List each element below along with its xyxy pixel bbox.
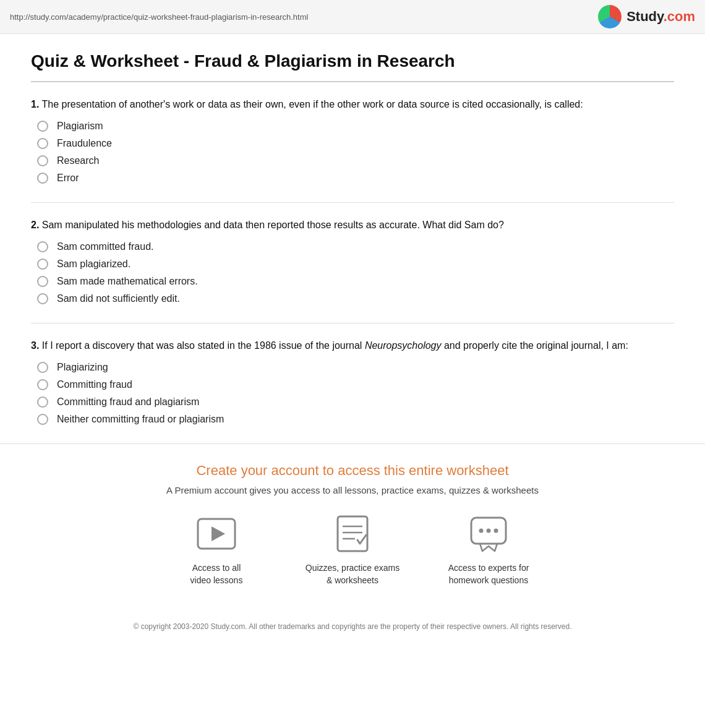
question-2-number: 2. <box>31 220 39 230</box>
logo-circle-icon <box>598 5 622 28</box>
top-bar: http://study.com/academy/practice/quiz-w… <box>0 0 705 34</box>
option-1-2[interactable]: Fraudulence <box>31 138 674 149</box>
option-2-1[interactable]: Sam committed fraud. <box>31 241 674 252</box>
option-label-2-2: Sam plagiarized. <box>57 259 130 270</box>
option-label-1-1: Plagiarism <box>57 121 103 132</box>
radio-3-3[interactable] <box>37 396 48 408</box>
logo-text: Study.com <box>626 9 695 25</box>
option-2-2[interactable]: Sam plagiarized. <box>31 259 674 270</box>
option-label-3-2: Committing fraud <box>57 379 132 390</box>
divider-2 <box>31 323 674 323</box>
option-1-3[interactable]: Research <box>31 155 674 166</box>
option-label-3-4: Neither committing fraud or plagiarism <box>57 414 224 425</box>
svg-rect-2 <box>338 516 367 551</box>
option-2-3[interactable]: Sam made mathematical errors. <box>31 276 674 287</box>
feature-video: Access to allvideo lessons <box>167 513 266 586</box>
url-display: http://study.com/academy/practice/quiz-w… <box>10 12 308 22</box>
radio-2-2[interactable] <box>37 259 48 270</box>
question-3: 3. If I report a discovery that was also… <box>31 338 674 425</box>
video-icon <box>195 513 237 555</box>
question-3-before: If I report a discovery that was also st… <box>42 340 365 351</box>
question-3-italic: Neuropsychology <box>365 340 442 351</box>
option-3-4[interactable]: Neither committing fraud or plagiarism <box>31 414 674 425</box>
option-label-1-2: Fraudulence <box>57 138 112 149</box>
main-container: Quiz & Worksheet - Fraud & Plagiarism in… <box>19 34 686 425</box>
question-3-after: and properly cite the original journal, … <box>442 340 628 351</box>
radio-1-3[interactable] <box>37 155 48 166</box>
question-3-text: 3. If I report a discovery that was also… <box>31 338 674 353</box>
quiz-icon <box>331 513 374 555</box>
radio-2-1[interactable] <box>37 241 48 252</box>
option-3-1[interactable]: Plagiarizing <box>31 362 674 373</box>
radio-2-4[interactable] <box>37 293 48 304</box>
feature-video-label: Access to allvideo lessons <box>190 562 243 586</box>
option-label-2-4: Sam did not sufficiently edit. <box>57 293 180 304</box>
option-1-4[interactable]: Error <box>31 173 674 184</box>
feature-expert-label: Access to experts forhomework questions <box>448 562 529 586</box>
option-3-3[interactable]: Committing fraud and plagiarism <box>31 396 674 408</box>
radio-1-2[interactable] <box>37 138 48 149</box>
question-2-body: Sam manipulated his methodologies and da… <box>42 220 504 230</box>
divider-1 <box>31 202 674 203</box>
option-label-3-1: Plagiarizing <box>57 362 108 373</box>
question-1-text: 1. The presentation of another's work or… <box>31 97 674 112</box>
svg-point-7 <box>479 529 484 533</box>
radio-1-1[interactable] <box>37 121 48 132</box>
option-label-2-1: Sam committed fraud. <box>57 241 154 252</box>
feature-expert: Access to experts forhomework questions <box>439 513 538 586</box>
cta-subtitle: A Premium account gives you access to al… <box>12 485 693 495</box>
radio-2-3[interactable] <box>37 276 48 287</box>
question-1: 1. The presentation of another's work or… <box>31 97 674 184</box>
option-label-3-3: Committing fraud and plagiarism <box>57 396 199 408</box>
question-3-number: 3. <box>31 340 39 351</box>
feature-quiz: Quizzes, practice exams& worksheets <box>303 513 402 586</box>
feature-quiz-label: Quizzes, practice exams& worksheets <box>306 562 400 586</box>
question-2: 2. Sam manipulated his methodologies and… <box>31 218 674 304</box>
option-3-2[interactable]: Committing fraud <box>31 379 674 390</box>
footer: © copyright 2003-2020 Study.com. All oth… <box>0 611 705 645</box>
question-1-number: 1. <box>31 99 39 109</box>
option-label-2-3: Sam made mathematical errors. <box>57 276 198 287</box>
option-2-4[interactable]: Sam did not sufficiently edit. <box>31 293 674 304</box>
logo-area: Study.com <box>598 5 695 28</box>
radio-3-1[interactable] <box>37 362 48 373</box>
radio-3-4[interactable] <box>37 414 48 425</box>
question-1-body: The presentation of another's work or da… <box>42 99 583 109</box>
features-row: Access to allvideo lessons Quizzes, prac… <box>12 513 693 586</box>
option-label-1-3: Research <box>57 155 99 166</box>
page-title: Quiz & Worksheet - Fraud & Plagiarism in… <box>31 51 674 82</box>
radio-1-4[interactable] <box>37 173 48 184</box>
question-2-text: 2. Sam manipulated his methodologies and… <box>31 218 674 233</box>
option-1-1[interactable]: Plagiarism <box>31 121 674 132</box>
cta-title: Create your account to access this entir… <box>12 463 693 479</box>
expert-icon <box>468 513 510 555</box>
radio-3-2[interactable] <box>37 379 48 390</box>
svg-marker-1 <box>212 526 225 541</box>
svg-point-8 <box>487 529 491 533</box>
cta-section: Create your account to access this entir… <box>0 443 705 611</box>
svg-point-9 <box>494 529 498 533</box>
option-label-1-4: Error <box>57 173 79 184</box>
